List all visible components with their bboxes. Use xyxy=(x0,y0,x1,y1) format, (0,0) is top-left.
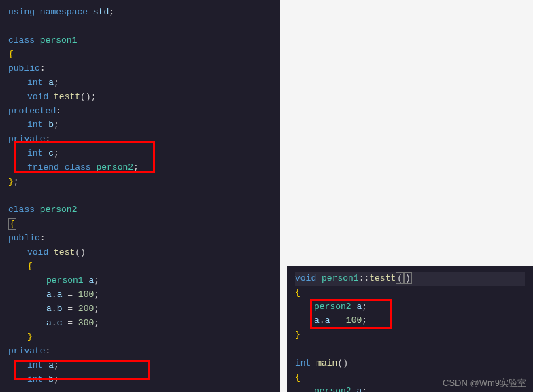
code-line: int c; xyxy=(8,147,272,161)
code-line: a.a = 100; xyxy=(295,314,525,328)
code-line: } xyxy=(8,330,272,344)
code-editor-right[interactable]: void person1::testt() { person2 a; a.a =… xyxy=(287,266,533,392)
code-line: class person2 xyxy=(8,203,272,217)
watermark-text: CSDN @Wm9实验室 xyxy=(443,377,526,389)
code-line: private: xyxy=(8,132,272,147)
code-line: { xyxy=(8,217,272,232)
code-line: int b; xyxy=(8,118,272,132)
code-line: void person1::testt() xyxy=(295,272,525,286)
code-line: person1 a; xyxy=(8,274,272,288)
code-line: { xyxy=(8,260,272,274)
code-line: int main() xyxy=(295,357,525,371)
code-line: { xyxy=(295,286,525,300)
code-line xyxy=(8,387,272,392)
code-line: class person1 xyxy=(8,34,272,48)
code-line: private: xyxy=(8,344,272,359)
code-line: using namespace std; xyxy=(8,5,272,20)
code-line: void testt(); xyxy=(8,90,272,105)
code-line xyxy=(295,342,525,357)
code-line: void test() xyxy=(8,246,272,260)
code-line xyxy=(8,20,272,34)
code-line: a.a = 100; xyxy=(8,288,272,302)
code-line: protected: xyxy=(8,105,272,119)
code-line: public: xyxy=(8,232,272,246)
code-line: a.b = 200; xyxy=(8,302,272,317)
code-line: person2 a; xyxy=(295,300,525,315)
code-line: }; xyxy=(8,175,272,190)
code-line: public: xyxy=(8,62,272,76)
code-line: { xyxy=(8,48,272,62)
code-editor-left[interactable]: using namespace std; class person1 { pub… xyxy=(0,0,280,392)
code-line: friend class person2; xyxy=(8,161,272,175)
code-line: a.c = 300; xyxy=(8,317,272,331)
code-line xyxy=(8,189,272,203)
code-line: int a; xyxy=(8,359,272,373)
code-line: } xyxy=(295,328,525,342)
code-line: int b; xyxy=(8,373,272,387)
code-line: int a; xyxy=(8,76,272,90)
